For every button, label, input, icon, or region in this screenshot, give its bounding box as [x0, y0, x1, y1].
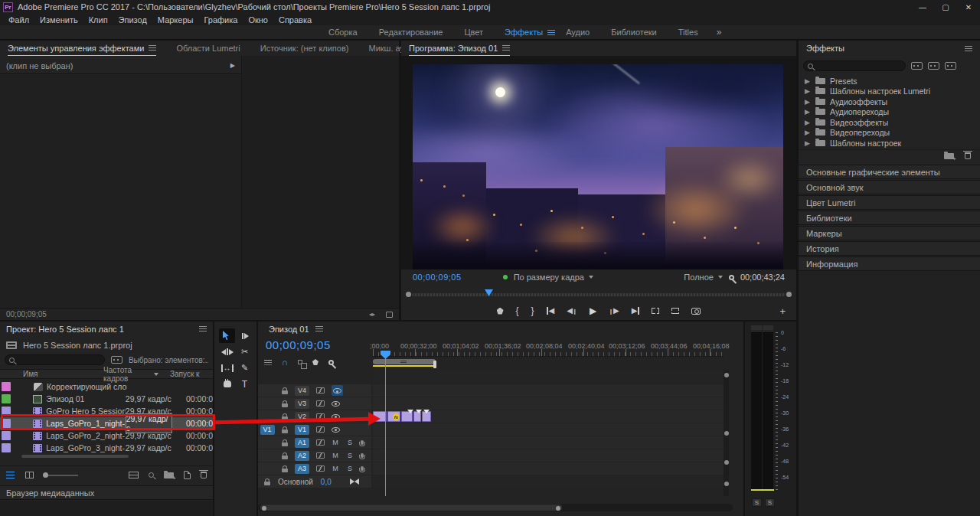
workspace-editing[interactable]: Редактирование: [368, 28, 454, 37]
transition-marker[interactable]: [423, 410, 430, 413]
minimize-button[interactable]: —: [911, 0, 934, 14]
razor-tool[interactable]: ✂: [237, 345, 253, 359]
effects-search-input[interactable]: [803, 60, 906, 71]
sync-lock-icon[interactable]: [316, 400, 325, 407]
transition-marker[interactable]: [416, 410, 422, 413]
transition-marker[interactable]: [407, 410, 413, 413]
program-scrub-bar[interactable]: [406, 289, 792, 300]
track-button-v3[interactable]: V3: [295, 399, 309, 409]
project-file-row[interactable]: Hero 5 Session лапс 1.prproj: [0, 338, 213, 351]
tab-essential-graphics[interactable]: Основные графические элементы: [799, 165, 980, 179]
solo-button[interactable]: S: [346, 452, 354, 459]
play-around-icon[interactable]: ◂▸: [369, 311, 375, 318]
solo-left-button[interactable]: S: [752, 498, 762, 507]
panel-menu-icon[interactable]: [502, 47, 510, 48]
nest-indicator-icon[interactable]: [264, 360, 272, 361]
new-item-icon[interactable]: [184, 471, 191, 479]
chevron-right-icon[interactable]: ▶: [805, 119, 811, 126]
workspace-color[interactable]: Цвет: [453, 28, 494, 37]
linked-selection-icon[interactable]: [298, 360, 302, 364]
tab-lumetri-color[interactable]: Цвет Lumetri: [799, 195, 980, 210]
workspace-overflow-icon[interactable]: »: [717, 27, 722, 38]
menu-markers[interactable]: Маркеры: [152, 15, 199, 24]
snap-magnet-icon[interactable]: ∩: [282, 358, 288, 367]
new-bin-icon[interactable]: [164, 472, 174, 478]
maximize-button[interactable]: ▢: [934, 0, 957, 14]
media-filter-icon[interactable]: [111, 356, 122, 364]
track-content-v4[interactable]: [373, 384, 724, 397]
tab-program[interactable]: Программа: Эпизод 01: [409, 41, 510, 56]
sync-lock-icon[interactable]: [316, 465, 325, 472]
track-button-a1[interactable]: A1: [295, 438, 309, 448]
tab-history[interactable]: История: [799, 241, 980, 256]
button-editor-icon[interactable]: +: [779, 305, 786, 317]
extract-icon[interactable]: [671, 308, 679, 314]
work-area-end-handle[interactable]: [433, 361, 436, 368]
automate-to-sequence-icon[interactable]: [129, 472, 139, 478]
tab-media-browser[interactable]: Браузер медиаданных: [0, 485, 213, 500]
pen-tool[interactable]: ✎: [237, 361, 253, 375]
ripple-edit-tool[interactable]: [219, 345, 235, 359]
scroll-handle-left[interactable]: [406, 292, 411, 297]
program-video-frame[interactable]: [413, 64, 783, 269]
project-search-input[interactable]: [5, 354, 105, 365]
new-custom-bin-icon[interactable]: [944, 153, 954, 159]
menu-clip[interactable]: Клип: [83, 15, 113, 24]
find-icon[interactable]: [149, 472, 154, 478]
delete-icon[interactable]: [201, 472, 207, 478]
timeline-settings-wrench-icon[interactable]: [328, 360, 334, 365]
tab-info[interactable]: Информация: [799, 256, 980, 271]
master-track-label[interactable]: Основной: [278, 478, 313, 486]
sync-lock-icon[interactable]: [316, 387, 325, 394]
workspace-effects-menu-icon[interactable]: [547, 32, 555, 33]
fit-dropdown[interactable]: По размеру кадра: [514, 273, 593, 282]
track-content-v3[interactable]: [373, 397, 724, 410]
solo-right-button[interactable]: S: [765, 498, 775, 507]
program-timecode[interactable]: 00;00;09;05: [413, 273, 462, 282]
step-forward-icon[interactable]: ❙▶: [609, 307, 619, 315]
project-panel-title[interactable]: Проект: Hero 5 Session лапс 1: [6, 325, 124, 334]
close-button[interactable]: ✕: [957, 0, 980, 14]
panel-menu-icon[interactable]: [149, 47, 156, 48]
icon-view-icon[interactable]: [25, 472, 34, 478]
menu-window[interactable]: Окно: [243, 15, 273, 24]
eye-icon[interactable]: [332, 427, 340, 433]
zoom-slider[interactable]: [44, 475, 78, 476]
effects-folder-lumetri-presets[interactable]: ▶Шаблоны настроек Lumetri: [799, 87, 980, 97]
mic-record-icon[interactable]: [361, 453, 364, 458]
mark-in-icon[interactable]: {: [516, 306, 519, 315]
scroll-handle-right[interactable]: [786, 292, 792, 297]
mute-button[interactable]: M: [332, 465, 339, 472]
eye-icon[interactable]: [332, 401, 340, 407]
scroll-handle-left[interactable]: [262, 506, 266, 511]
column-name[interactable]: Имя: [0, 370, 103, 378]
workspace-assembly[interactable]: Сборка: [318, 28, 368, 37]
project-row-adjustment-layer[interactable]: Корректирующий слой: [0, 380, 213, 393]
chevron-right-icon[interactable]: ▶: [805, 77, 811, 85]
chevron-right-icon[interactable]: ▶: [805, 87, 811, 95]
go-to-in-icon[interactable]: ◀: [547, 307, 555, 315]
32bit-filter-icon[interactable]: [928, 62, 939, 70]
sync-lock-icon[interactable]: [316, 452, 325, 459]
label-color-swatch[interactable]: [2, 394, 11, 403]
menu-graphics[interactable]: Графика: [198, 15, 243, 24]
chevron-right-icon[interactable]: ▶: [805, 108, 811, 116]
work-area-bar[interactable]: [373, 365, 433, 367]
toggle-view-icon[interactable]: [386, 312, 393, 318]
solo-button[interactable]: S: [346, 439, 354, 446]
lock-icon[interactable]: [282, 390, 288, 394]
tab-sequence[interactable]: Эпизод 01: [269, 325, 309, 334]
timeline-clip-fx[interactable]: fx: [387, 411, 400, 422]
slip-tool[interactable]: ↔: [219, 361, 235, 375]
add-marker-icon[interactable]: [312, 359, 318, 365]
list-view-icon[interactable]: [6, 472, 15, 473]
track-button-v1[interactable]: V1: [295, 425, 309, 435]
mute-button[interactable]: M: [332, 439, 339, 446]
chevron-right-icon[interactable]: ▶: [805, 98, 811, 106]
play-button-icon[interactable]: ▶: [590, 305, 596, 316]
scroll-handle[interactable]: [724, 431, 729, 436]
lift-icon[interactable]: [652, 308, 659, 314]
mark-out-icon[interactable]: }: [531, 306, 534, 315]
panel-menu-icon[interactable]: [315, 328, 323, 329]
effects-folder-presets[interactable]: ▶Presets: [799, 76, 980, 87]
